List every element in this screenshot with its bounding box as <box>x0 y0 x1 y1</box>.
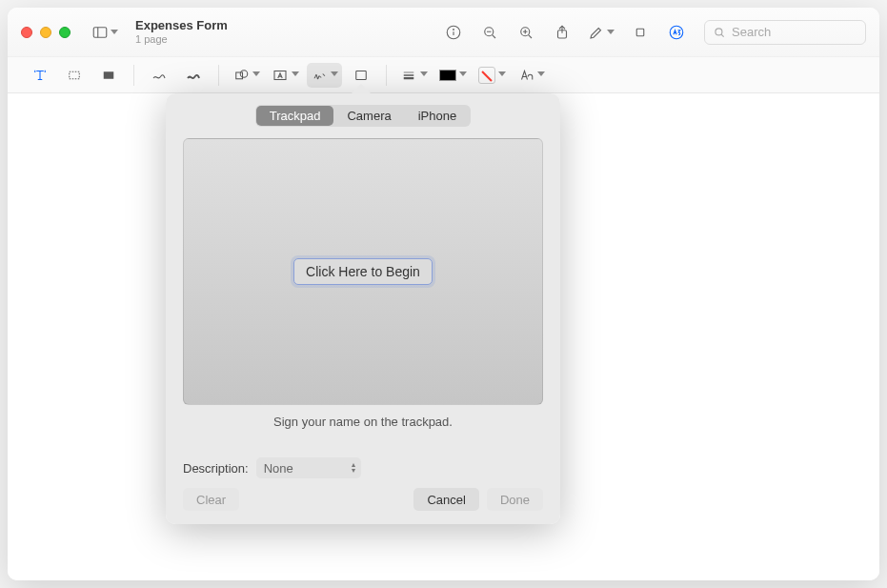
description-row: Description: None ▴▾ <box>183 457 543 478</box>
rectangular-selection-tool[interactable] <box>59 63 90 88</box>
border-weight-tool[interactable] <box>396 63 432 88</box>
svg-line-9 <box>529 34 532 37</box>
no-fill-icon <box>478 67 495 84</box>
fullscreen-window-button[interactable] <box>59 27 71 38</box>
highlight-button[interactable] <box>584 19 618 46</box>
svg-rect-25 <box>356 71 367 79</box>
titlebar: Expenses Form 1 page Search <box>8 8 879 57</box>
signature-instruction: Sign your name on the trackpad. <box>183 415 543 429</box>
sidebar-toggle-button[interactable] <box>88 19 122 46</box>
draw-tool[interactable] <box>178 63 209 88</box>
text-selection-tool[interactable] <box>25 63 55 88</box>
svg-point-4 <box>454 29 454 30</box>
rotate-button[interactable] <box>626 19 655 46</box>
zoom-in-button[interactable] <box>512 19 540 46</box>
sign-tool[interactable] <box>307 63 342 88</box>
svg-rect-22 <box>236 72 243 79</box>
svg-point-23 <box>240 70 248 77</box>
zoom-out-button[interactable] <box>475 19 504 46</box>
search-icon <box>713 26 726 39</box>
document-title: Expenses Form <box>135 19 228 32</box>
signature-capture-area[interactable]: Click Here to Begin <box>183 138 543 405</box>
search-field[interactable]: Search <box>704 20 866 45</box>
text-tool[interactable] <box>268 63 303 88</box>
done-button[interactable]: Done <box>487 488 543 511</box>
sketch-tool[interactable] <box>144 63 174 88</box>
svg-rect-21 <box>104 71 114 79</box>
description-select[interactable]: None ▴▾ <box>256 457 361 478</box>
svg-rect-0 <box>93 27 107 37</box>
text-style-tool[interactable] <box>514 63 549 88</box>
share-button[interactable] <box>548 19 576 46</box>
window-controls <box>21 27 71 38</box>
signature-popover: Trackpad Camera iPhone Click Here to Beg… <box>166 93 560 524</box>
svg-rect-14 <box>636 29 644 36</box>
markup-toolbar <box>8 57 879 93</box>
document-title-block: Expenses Form 1 page <box>135 19 228 44</box>
tab-trackpad[interactable]: Trackpad <box>256 106 334 126</box>
svg-line-6 <box>493 34 495 37</box>
minimize-window-button[interactable] <box>40 27 51 38</box>
cancel-button[interactable]: Cancel <box>413 488 478 511</box>
tab-camera[interactable]: Camera <box>333 106 404 126</box>
fill-color-tool[interactable] <box>474 63 510 88</box>
description-label: Description: <box>183 461 249 476</box>
border-color-tool[interactable] <box>435 63 471 88</box>
description-value: None <box>264 461 293 476</box>
popover-button-row: Clear Cancel Done <box>183 488 543 511</box>
preview-window: Expenses Form 1 page Search <box>8 8 879 580</box>
info-button[interactable] <box>439 19 468 46</box>
clear-button[interactable]: Clear <box>183 488 239 511</box>
close-window-button[interactable] <box>21 27 32 38</box>
tab-iphone[interactable]: iPhone <box>405 106 470 126</box>
svg-point-16 <box>716 28 722 34</box>
svg-line-17 <box>721 34 724 37</box>
shapes-tool[interactable] <box>229 63 264 88</box>
redact-tool[interactable] <box>93 63 124 88</box>
search-placeholder: Search <box>732 25 771 39</box>
signature-source-tabs: Trackpad Camera iPhone <box>183 105 543 127</box>
updown-icon: ▴▾ <box>352 462 355 474</box>
begin-signing-button[interactable]: Click Here to Begin <box>293 258 433 285</box>
document-subtitle: 1 page <box>135 33 228 45</box>
svg-rect-20 <box>70 71 80 79</box>
border-color-swatch <box>439 70 456 81</box>
markup-toggle-button[interactable] <box>662 19 691 46</box>
